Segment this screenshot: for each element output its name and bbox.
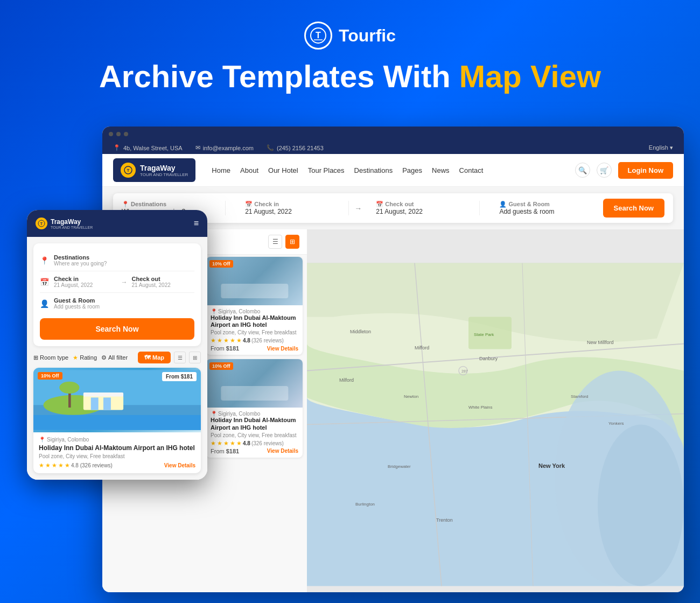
mobile-rating-number: 4.8 (71, 462, 79, 468)
star-1: ★ (211, 337, 216, 344)
card-4-from: From $181 (211, 448, 239, 454)
mobile-room-type-filter[interactable]: ⊞ Room type (33, 354, 68, 361)
list-view-btn[interactable]: ☰ (268, 235, 282, 249)
headline-white: Archive Templates With (99, 59, 451, 94)
svg-rect-39 (103, 397, 111, 410)
svg-text:Newton: Newton (404, 394, 418, 399)
card-2-title: Holiday Inn Dubai Al-Maktoum Airport an … (211, 314, 298, 328)
card-4-price: $181 (226, 448, 239, 454)
mobile-search-button[interactable]: Search Now (40, 318, 194, 340)
mobile-list-view[interactable]: ☰ (174, 352, 186, 363)
hotel-card-2-info: 📍 Sigiriya, Colombo Holiday Inn Dubai Al… (206, 305, 303, 355)
mobile-filter-bar: ⊞ Room type ★ Rating ⚙ All filter 🗺 Map (33, 352, 201, 363)
checkout-field[interactable]: 📅 Check out 21 August, 2022 (367, 201, 480, 215)
card-4-stars: ★ ★ ★ ★ ★ 4.8 (326 reviews) (211, 440, 284, 447)
mobile-price-badge: From $181 (162, 372, 197, 381)
mobile-calendar-icon: 📅 (40, 278, 50, 286)
from-price: $181 (181, 374, 193, 380)
guest-room-field[interactable]: 👤 Guest & Room Add guests & room (491, 201, 603, 215)
mobile-destinations-field[interactable]: 📍 Destinations Where are you going? (40, 250, 194, 271)
guest-label: 👤 Guest & Room (499, 201, 594, 208)
headline-yellow: Map View (459, 59, 601, 94)
m-star-3: ★ (52, 462, 57, 469)
search-icon[interactable]: 🔍 (575, 163, 590, 178)
star-4-3: ★ (223, 440, 229, 447)
nav-news[interactable]: News (432, 166, 450, 174)
app-logo-text: Tourfic (339, 26, 396, 46)
mobile-location-text: Sigiriya, Colombo (47, 437, 89, 443)
destinations-label: 📍 Destinations (122, 201, 216, 208)
mobile-destinations-label: Destinations (54, 254, 194, 261)
card-2-footer: ★ ★ ★ ★ ★ 4.8 (326 reviews) (211, 337, 298, 344)
browser-dot-1 (109, 132, 113, 136)
badge-off-1: 10% Off (209, 260, 233, 268)
nav-ourhotel[interactable]: Our Hotel (268, 166, 298, 174)
nav-contact[interactable]: Contact (459, 166, 484, 174)
mobile-view-details-btn[interactable]: View Details (164, 462, 195, 468)
hamburger-icon[interactable]: ≡ (194, 219, 199, 228)
mobile-all-filter[interactable]: ⚙ All filter (101, 354, 128, 361)
nav-tourplaces[interactable]: Tour Places (308, 166, 345, 174)
card-2-price-row: From $181 View Details (211, 345, 298, 352)
mobile-guest-field[interactable]: 👤 Guest & Room Add guests & room (40, 293, 194, 314)
email-icon: ✉ (195, 144, 200, 151)
nav-home[interactable]: Home (212, 166, 230, 174)
map-area[interactable]: Middleton Mifford Danbury Milford Newton… (307, 229, 684, 592)
room-type-label: Room type (40, 354, 68, 361)
svg-text:Trenton: Trenton (436, 517, 453, 523)
nav-about[interactable]: About (240, 166, 258, 174)
svg-text:Yonkers: Yonkers (608, 421, 624, 426)
mobile-view-controls: 🗺 Map ☰ ⊞ (138, 352, 201, 363)
cart-icon[interactable]: 🛒 (597, 163, 612, 178)
mobile-search-card: 📍 Destinations Where are you going? 📅 Ch… (33, 243, 201, 346)
svg-text:Stamford: Stamford (571, 394, 588, 399)
site-logo-sub: TOUR AND TRAVELLER (140, 172, 188, 177)
browser-dot-2 (116, 132, 121, 136)
mobile-checkout: Check out 21 August, 2022 (132, 276, 195, 288)
mobile-filter-icon: ⚙ (101, 354, 107, 361)
mobile-rating-filter[interactable]: ★ Rating (73, 354, 97, 361)
hotel-card-4: 10% Off 📍 Sigiriya, Colombo Holiday Inn … (206, 359, 303, 457)
card-4-view-details[interactable]: View Details (267, 448, 298, 454)
svg-text:White Plains: White Plains (468, 405, 492, 410)
svg-rect-40 (83, 392, 123, 396)
card-2-stars: ★ ★ ★ ★ ★ 4.8 (326 reviews) (211, 337, 284, 344)
nav-pages[interactable]: Pages (402, 166, 422, 174)
map-svg: Middleton Mifford Danbury Milford Newton… (307, 229, 684, 592)
mobile-guest-content: Guest & Room Add guests & room (54, 297, 194, 310)
app-logo-icon: T (304, 22, 332, 50)
badge-off-4: 10% Off (209, 362, 233, 370)
mobile-logo-text: TragaWay TOUR AND TRAVELLER (51, 218, 93, 229)
svg-point-12 (598, 425, 684, 586)
mobile-dates-field[interactable]: 📅 Check in 21 August, 2022 → Check out 2… (40, 271, 194, 293)
nav-destinations[interactable]: Destinations (354, 166, 393, 174)
address-text: 4b, Walse Street, USA (123, 145, 183, 151)
grid-view-btn[interactable]: ⊞ (285, 235, 299, 249)
card-2-location-text: Sigiriya, Colombo (218, 308, 260, 314)
mobile-map-button[interactable]: 🗺 Map (138, 352, 171, 363)
svg-text:287: 287 (461, 369, 468, 373)
language-selector[interactable]: English ▾ (649, 144, 673, 151)
checkin-field[interactable]: 📅 Check in 21 August, 2022 (236, 201, 349, 215)
mobile-body: 📍 Destinations Where are you going? 📅 Ch… (27, 237, 207, 480)
arrow-icon: → (349, 204, 367, 213)
star-2: ★ (217, 337, 222, 344)
checkout-label: 📅 Check out (376, 201, 471, 208)
svg-text:State Park: State Park (474, 332, 494, 337)
svg-text:Danbury: Danbury (479, 356, 498, 361)
mobile-grid-view[interactable]: ⊞ (189, 352, 201, 363)
mobile-logo-icon: T (36, 218, 47, 229)
site-logo-text: TragaWay TOUR AND TRAVELLER (140, 164, 188, 177)
mobile-card-image: 10% Off From $181 (33, 368, 201, 432)
card-2-view-details[interactable]: View Details (267, 346, 298, 352)
star-3: ★ (223, 337, 229, 344)
desktop-search-button[interactable]: Search Now (603, 199, 664, 218)
svg-text:Burlington: Burlington (355, 502, 375, 507)
star-4-4: ★ (230, 440, 235, 447)
star-4-2: ★ (217, 440, 222, 447)
from-label: From (166, 374, 179, 380)
card-4-location-text: Sigiriya, Colombo (218, 411, 260, 417)
login-button[interactable]: Login Now (618, 162, 673, 179)
mobile-checkin-label: Check in (54, 276, 117, 282)
mobile-hotel-card: 10% Off From $181 📍 Sigiriya, Colombo Ho… (33, 368, 201, 473)
